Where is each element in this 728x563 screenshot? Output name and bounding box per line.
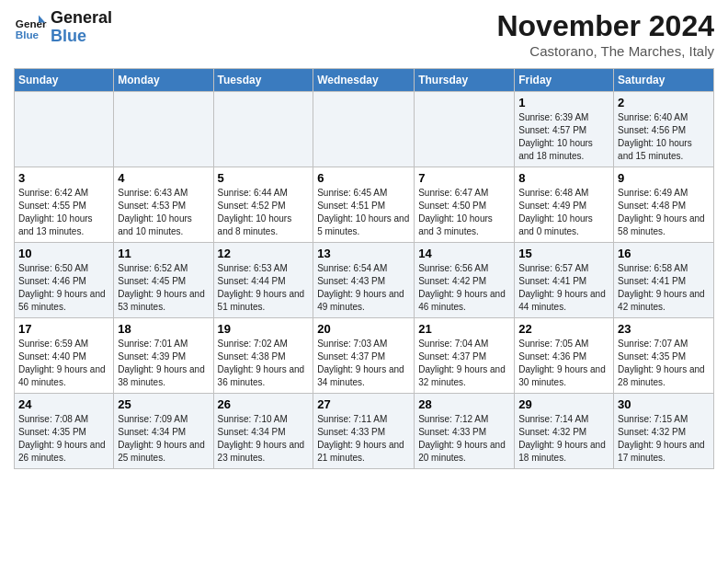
calendar-cell: 19Sunrise: 7:02 AMSunset: 4:38 PMDayligh… bbox=[213, 318, 313, 394]
calendar-cell: 18Sunrise: 7:01 AMSunset: 4:39 PMDayligh… bbox=[114, 318, 213, 394]
calendar-cell: 25Sunrise: 7:09 AMSunset: 4:34 PMDayligh… bbox=[114, 394, 213, 469]
calendar-cell: 26Sunrise: 7:10 AMSunset: 4:34 PMDayligh… bbox=[213, 394, 313, 469]
day-info: Sunrise: 6:50 AMSunset: 4:46 PMDaylight:… bbox=[18, 262, 109, 314]
calendar-cell: 1Sunrise: 6:39 AMSunset: 4:57 PMDaylight… bbox=[515, 92, 614, 167]
calendar-body: 1Sunrise: 6:39 AMSunset: 4:57 PMDaylight… bbox=[15, 92, 714, 469]
day-info: Sunrise: 6:56 AMSunset: 4:42 PMDaylight:… bbox=[418, 262, 510, 314]
calendar-cell: 3Sunrise: 6:42 AMSunset: 4:55 PMDaylight… bbox=[15, 167, 114, 243]
day-info: Sunrise: 6:52 AMSunset: 4:45 PMDaylight:… bbox=[118, 262, 209, 314]
day-number: 18 bbox=[118, 322, 209, 336]
day-number: 14 bbox=[418, 247, 510, 260]
day-info: Sunrise: 7:07 AMSunset: 4:35 PMDaylight:… bbox=[618, 338, 710, 389]
calendar-cell: 15Sunrise: 6:57 AMSunset: 4:41 PMDayligh… bbox=[515, 243, 614, 318]
day-number: 10 bbox=[18, 247, 109, 260]
day-number: 26 bbox=[218, 397, 310, 411]
calendar-cell: 14Sunrise: 6:56 AMSunset: 4:42 PMDayligh… bbox=[415, 243, 515, 318]
day-number: 9 bbox=[618, 171, 710, 185]
day-info: Sunrise: 7:02 AMSunset: 4:38 PMDaylight:… bbox=[218, 338, 310, 389]
calendar-week-row: 1Sunrise: 6:39 AMSunset: 4:57 PMDaylight… bbox=[15, 92, 714, 167]
logo-text-line1: General bbox=[51, 9, 112, 28]
calendar-week-row: 3Sunrise: 6:42 AMSunset: 4:55 PMDaylight… bbox=[15, 167, 714, 243]
svg-text:Blue: Blue bbox=[16, 28, 40, 40]
calendar-cell: 7Sunrise: 6:47 AMSunset: 4:50 PMDaylight… bbox=[415, 167, 515, 243]
calendar-cell bbox=[313, 92, 415, 167]
day-info: Sunrise: 6:48 AMSunset: 4:49 PMDaylight:… bbox=[518, 187, 609, 238]
day-info: Sunrise: 6:42 AMSunset: 4:55 PMDaylight:… bbox=[18, 187, 109, 238]
day-info: Sunrise: 7:11 AMSunset: 4:33 PMDaylight:… bbox=[317, 413, 410, 465]
day-number: 8 bbox=[518, 171, 609, 185]
day-info: Sunrise: 6:53 AMSunset: 4:44 PMDaylight:… bbox=[218, 262, 310, 314]
calendar-cell: 2Sunrise: 6:40 AMSunset: 4:56 PMDaylight… bbox=[614, 92, 714, 167]
day-number: 27 bbox=[317, 397, 410, 411]
calendar-cell: 23Sunrise: 7:07 AMSunset: 4:35 PMDayligh… bbox=[614, 318, 714, 394]
day-number: 23 bbox=[618, 322, 710, 336]
header: General Blue General Blue November 2024 … bbox=[14, 9, 714, 59]
calendar-table: SundayMondayTuesdayWednesdayThursdayFrid… bbox=[14, 68, 714, 469]
calendar-cell: 16Sunrise: 6:58 AMSunset: 4:41 PMDayligh… bbox=[614, 243, 714, 318]
day-info: Sunrise: 6:58 AMSunset: 4:41 PMDaylight:… bbox=[618, 262, 710, 314]
calendar-cell: 24Sunrise: 7:08 AMSunset: 4:35 PMDayligh… bbox=[15, 394, 114, 469]
weekday-header: Thursday bbox=[415, 69, 515, 92]
day-number: 22 bbox=[518, 322, 609, 336]
day-number: 7 bbox=[418, 171, 510, 185]
day-number: 19 bbox=[218, 322, 310, 336]
day-info: Sunrise: 7:04 AMSunset: 4:37 PMDaylight:… bbox=[418, 338, 510, 389]
day-number: 25 bbox=[118, 397, 209, 411]
calendar-cell: 30Sunrise: 7:15 AMSunset: 4:32 PMDayligh… bbox=[614, 394, 714, 469]
calendar-cell bbox=[114, 92, 213, 167]
calendar-cell: 21Sunrise: 7:04 AMSunset: 4:37 PMDayligh… bbox=[415, 318, 515, 394]
logo-icon: General Blue bbox=[14, 11, 47, 44]
day-number: 3 bbox=[18, 171, 109, 185]
day-number: 2 bbox=[618, 96, 710, 109]
day-info: Sunrise: 6:40 AMSunset: 4:56 PMDaylight:… bbox=[618, 111, 710, 163]
month-title: November 2024 bbox=[496, 9, 714, 43]
day-info: Sunrise: 6:54 AMSunset: 4:43 PMDaylight:… bbox=[317, 262, 410, 314]
day-info: Sunrise: 7:09 AMSunset: 4:34 PMDaylight:… bbox=[118, 413, 209, 465]
day-info: Sunrise: 6:59 AMSunset: 4:40 PMDaylight:… bbox=[18, 338, 109, 389]
weekday-header: Monday bbox=[114, 69, 213, 92]
day-number: 4 bbox=[118, 171, 209, 185]
day-info: Sunrise: 7:05 AMSunset: 4:36 PMDaylight:… bbox=[518, 338, 609, 389]
day-info: Sunrise: 7:01 AMSunset: 4:39 PMDaylight:… bbox=[118, 338, 209, 389]
calendar-cell: 6Sunrise: 6:45 AMSunset: 4:51 PMDaylight… bbox=[313, 167, 415, 243]
calendar-cell: 28Sunrise: 7:12 AMSunset: 4:33 PMDayligh… bbox=[415, 394, 515, 469]
day-number: 13 bbox=[317, 247, 410, 260]
day-number: 1 bbox=[518, 96, 609, 109]
calendar-cell: 17Sunrise: 6:59 AMSunset: 4:40 PMDayligh… bbox=[15, 318, 114, 394]
calendar-week-row: 24Sunrise: 7:08 AMSunset: 4:35 PMDayligh… bbox=[15, 394, 714, 469]
day-number: 6 bbox=[317, 171, 410, 185]
calendar-header: SundayMondayTuesdayWednesdayThursdayFrid… bbox=[15, 69, 714, 92]
weekday-header: Saturday bbox=[614, 69, 714, 92]
weekday-header: Sunday bbox=[15, 69, 114, 92]
day-info: Sunrise: 6:47 AMSunset: 4:50 PMDaylight:… bbox=[418, 187, 510, 238]
calendar-cell bbox=[415, 92, 515, 167]
day-info: Sunrise: 7:08 AMSunset: 4:35 PMDaylight:… bbox=[18, 413, 109, 465]
day-info: Sunrise: 6:39 AMSunset: 4:57 PMDaylight:… bbox=[518, 111, 609, 163]
day-info: Sunrise: 7:14 AMSunset: 4:32 PMDaylight:… bbox=[518, 413, 609, 465]
day-number: 20 bbox=[317, 322, 410, 336]
location-subtitle: Castorano, The Marches, Italy bbox=[496, 43, 714, 59]
day-info: Sunrise: 6:45 AMSunset: 4:51 PMDaylight:… bbox=[317, 187, 410, 238]
day-info: Sunrise: 7:12 AMSunset: 4:33 PMDaylight:… bbox=[418, 413, 510, 465]
day-info: Sunrise: 6:49 AMSunset: 4:48 PMDaylight:… bbox=[618, 187, 710, 238]
calendar-cell: 22Sunrise: 7:05 AMSunset: 4:36 PMDayligh… bbox=[515, 318, 614, 394]
day-number: 16 bbox=[618, 247, 710, 260]
weekday-header: Tuesday bbox=[213, 69, 313, 92]
day-number: 24 bbox=[18, 397, 109, 411]
day-number: 21 bbox=[418, 322, 510, 336]
calendar-cell bbox=[15, 92, 114, 167]
calendar-cell: 27Sunrise: 7:11 AMSunset: 4:33 PMDayligh… bbox=[313, 394, 415, 469]
day-number: 12 bbox=[218, 247, 310, 260]
weekday-header: Friday bbox=[515, 69, 614, 92]
weekday-header: Wednesday bbox=[313, 69, 415, 92]
day-info: Sunrise: 7:03 AMSunset: 4:37 PMDaylight:… bbox=[317, 338, 410, 389]
calendar-cell: 13Sunrise: 6:54 AMSunset: 4:43 PMDayligh… bbox=[313, 243, 415, 318]
logo-text-line2: Blue bbox=[51, 28, 112, 46]
calendar-cell: 20Sunrise: 7:03 AMSunset: 4:37 PMDayligh… bbox=[313, 318, 415, 394]
day-number: 5 bbox=[218, 171, 310, 185]
day-number: 28 bbox=[418, 397, 510, 411]
calendar-cell: 29Sunrise: 7:14 AMSunset: 4:32 PMDayligh… bbox=[515, 394, 614, 469]
calendar-cell bbox=[213, 92, 313, 167]
day-number: 29 bbox=[518, 397, 609, 411]
day-number: 11 bbox=[118, 247, 209, 260]
